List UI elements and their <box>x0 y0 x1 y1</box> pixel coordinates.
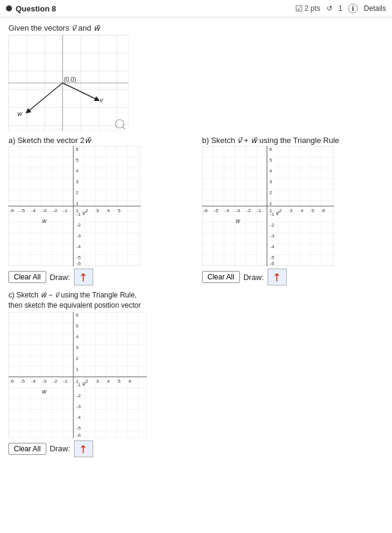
svg-text:-1: -1 <box>76 212 81 217</box>
svg-text:6: 6 <box>76 147 79 152</box>
svg-text:-5: -5 <box>76 255 81 260</box>
svg-text:-2: -2 <box>76 393 81 398</box>
part-a-draw-box[interactable]: ↗ <box>74 269 93 285</box>
svg-text:-6: -6 <box>76 261 81 266</box>
svg-text:-4: -4 <box>225 208 230 213</box>
part-c-draw-arrow-icon: ↗ <box>76 441 91 457</box>
svg-text:2: 2 <box>279 208 282 213</box>
svg-text:4: 4 <box>301 208 304 213</box>
svg-text:4: 4 <box>107 208 110 213</box>
svg-text:2: 2 <box>76 190 79 195</box>
part-c-controls: Clear All Draw: ↗ <box>8 440 384 457</box>
svg-text:1: 1 <box>269 201 272 206</box>
svg-text:6: 6 <box>129 379 132 384</box>
svg-text:-2: -2 <box>53 379 58 384</box>
svg-text:-2: -2 <box>76 222 81 228</box>
svg-text:-4: -4 <box>76 244 81 249</box>
part-a-container: a) Sketch the vector 2w⃗ -6 -5 <box>8 136 190 285</box>
svg-text:-4: -4 <box>31 379 36 384</box>
svg-text:-3: -3 <box>42 379 47 384</box>
question-title: Question 8 <box>6 4 56 13</box>
svg-text:-4: -4 <box>270 244 275 249</box>
svg-text:-5: -5 <box>20 379 25 384</box>
svg-text:-1: -1 <box>270 212 275 217</box>
part-b-controls: Clear All Draw: ↗ <box>202 269 384 285</box>
svg-text:5: 5 <box>311 208 314 213</box>
svg-text:-3: -3 <box>76 404 81 409</box>
svg-text:-1: -1 <box>76 382 81 388</box>
part-c-graph[interactable]: -6 -5 -4 -3 -2 -1 1 2 3 4 5 6 6 5 4 3 2 … <box>8 312 147 438</box>
svg-text:-6: -6 <box>10 208 14 213</box>
part-a-graph[interactable]: -6 -5 -4 -3 -2 -1 1 2 3 4 5 6 5 4 3 2 1 … <box>8 146 141 266</box>
part-b-container: b) Sketch v⃗ + w⃗ using the Triangle Rul… <box>202 136 384 285</box>
given-vectors-graph: (0,0) v w <box>8 35 129 131</box>
part-a-draw-arrow-icon: ↗ <box>76 269 91 285</box>
svg-text:3: 3 <box>96 379 99 384</box>
svg-text:4: 4 <box>269 168 272 174</box>
svg-text:6: 6 <box>322 208 325 213</box>
svg-text:-3: -3 <box>270 233 275 239</box>
part-c-clear-button[interactable]: Clear All <box>8 443 46 455</box>
svg-text:4: 4 <box>76 168 79 174</box>
svg-text:w: w <box>42 218 47 224</box>
svg-text:5: 5 <box>76 157 79 163</box>
svg-text:1: 1 <box>76 201 79 206</box>
question-dot <box>6 5 12 11</box>
header-right: ☑ 2 pts ↺ 1 ℹ Details <box>295 4 386 13</box>
parts-ab-container: a) Sketch the vector 2w⃗ -6 -5 <box>8 136 384 285</box>
part-c-draw-label: Draw: <box>50 444 70 453</box>
info-icon: ℹ <box>348 4 358 13</box>
svg-text:-5: -5 <box>270 255 275 260</box>
pts-text: 2 pts <box>305 4 320 13</box>
svg-text:(0,0): (0,0) <box>64 76 76 83</box>
part-b-draw-label: Draw: <box>243 273 264 282</box>
svg-text:-6: -6 <box>76 433 81 438</box>
checkbox-icon: ☑ <box>295 4 303 13</box>
svg-text:-1: -1 <box>63 379 68 384</box>
part-b-graph[interactable]: -6 -5 -4 -3 -2 -1 1 2 3 4 5 6 6 5 4 3 2 … <box>202 146 334 266</box>
svg-text:-6: -6 <box>10 379 14 384</box>
svg-text:5: 5 <box>269 157 272 163</box>
svg-text:5: 5 <box>118 208 121 213</box>
svg-text:w: w <box>17 110 23 117</box>
part-b-draw-arrow-icon: ↗ <box>269 269 285 285</box>
svg-text:4: 4 <box>107 379 110 384</box>
svg-text:4: 4 <box>76 334 79 340</box>
part-a-clear-button[interactable]: Clear All <box>8 271 46 283</box>
svg-text:6: 6 <box>269 147 272 152</box>
svg-text:6: 6 <box>76 312 79 318</box>
svg-text:3: 3 <box>76 345 79 350</box>
part-b-label: b) Sketch v⃗ + w⃗ using the Triangle Rul… <box>202 136 384 145</box>
part-c-container: c) Sketch w⃗ − v⃗ using the Triangle Rul… <box>8 290 384 457</box>
svg-text:-6: -6 <box>270 261 275 266</box>
part-c-label: c) Sketch w⃗ − v⃗ using the Triangle Rul… <box>8 290 384 311</box>
svg-text:3: 3 <box>76 179 79 184</box>
svg-text:-6: -6 <box>203 208 208 213</box>
part-b-draw-box[interactable]: ↗ <box>268 269 287 285</box>
svg-text:2: 2 <box>85 379 88 384</box>
svg-text:-5: -5 <box>20 208 25 213</box>
svg-text:-2: -2 <box>53 208 58 213</box>
svg-text:5: 5 <box>76 323 79 329</box>
undo-icon[interactable]: ↺ <box>326 4 332 13</box>
part-b-clear-button[interactable]: Clear All <box>202 271 240 283</box>
svg-text:3: 3 <box>290 208 293 213</box>
svg-text:w: w <box>42 388 47 395</box>
svg-text:5: 5 <box>118 379 121 384</box>
svg-text:-2: -2 <box>270 222 275 228</box>
details-link[interactable]: Details <box>364 4 386 13</box>
question-header: Question 8 ☑ 2 pts ↺ 1 ℹ Details <box>0 0 392 17</box>
svg-text:1: 1 <box>76 367 79 372</box>
svg-text:-3: -3 <box>236 208 240 213</box>
svg-text:-2: -2 <box>247 208 251 213</box>
svg-text:-3: -3 <box>76 233 81 239</box>
given-vectors-section: Given the vectors v⃗ and w⃗ (0,0) <box>8 23 384 131</box>
svg-text:-4: -4 <box>76 415 81 420</box>
question-label: Question 8 <box>16 4 56 13</box>
given-text: Given the vectors v⃗ and w⃗ <box>8 23 384 32</box>
svg-text:2: 2 <box>85 208 88 213</box>
part-a-draw-label: Draw: <box>50 273 70 282</box>
part-c-draw-box[interactable]: ↗ <box>74 440 93 457</box>
svg-text:-1: -1 <box>63 208 68 213</box>
svg-text:3: 3 <box>96 208 99 213</box>
